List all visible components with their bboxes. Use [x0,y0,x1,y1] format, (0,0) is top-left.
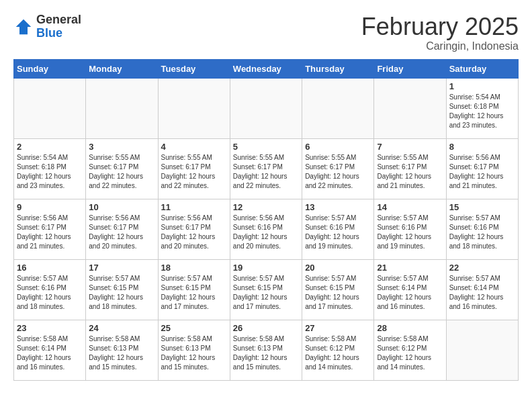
day-info: Sunrise: 5:57 AM Sunset: 6:14 PM Dayligh… [377,274,443,312]
day-cell: 15Sunrise: 5:57 AM Sunset: 6:16 PM Dayli… [446,199,518,259]
day-info: Sunrise: 5:57 AM Sunset: 6:16 PM Dayligh… [377,214,443,251]
day-info: Sunrise: 5:56 AM Sunset: 6:17 PM Dayligh… [89,214,154,251]
day-cell [446,320,518,380]
week-row-1: 1Sunrise: 5:54 AM Sunset: 6:18 PM Daylig… [14,78,519,138]
day-cell: 5Sunrise: 5:55 AM Sunset: 6:17 PM Daylig… [230,138,302,199]
day-cell: 19Sunrise: 5:57 AM Sunset: 6:15 PM Dayli… [230,259,302,320]
day-cell: 11Sunrise: 5:56 AM Sunset: 6:17 PM Dayli… [158,199,230,259]
day-number: 11 [161,202,227,212]
day-info: Sunrise: 5:57 AM Sunset: 6:15 PM Dayligh… [89,274,154,312]
day-info: Sunrise: 5:58 AM Sunset: 6:14 PM Dayligh… [17,334,83,372]
day-number: 7 [377,142,443,152]
day-info: Sunrise: 5:55 AM Sunset: 6:17 PM Dayligh… [377,153,443,191]
day-number: 4 [161,142,227,152]
day-info: Sunrise: 5:57 AM Sunset: 6:15 PM Dayligh… [161,274,227,312]
day-number: 13 [305,202,371,212]
day-info: Sunrise: 5:57 AM Sunset: 6:15 PM Dayligh… [305,274,371,312]
day-info: Sunrise: 5:54 AM Sunset: 6:18 PM Dayligh… [17,153,83,191]
calendar-table: SundayMondayTuesdayWednesdayThursdayFrid… [13,59,519,381]
day-number: 3 [89,142,154,152]
day-cell [86,78,158,138]
day-cell: 6Sunrise: 5:55 AM Sunset: 6:17 PM Daylig… [302,138,374,199]
day-cell: 25Sunrise: 5:58 AM Sunset: 6:13 PM Dayli… [158,320,230,380]
day-cell: 27Sunrise: 5:58 AM Sunset: 6:12 PM Dayli… [302,320,374,380]
day-number: 28 [377,323,443,333]
logo-icon [13,17,34,37]
weekday-header-tuesday: Tuesday [158,59,230,78]
weekday-header-row: SundayMondayTuesdayWednesdayThursdayFrid… [14,59,519,78]
day-number: 25 [161,323,227,333]
weekday-header-monday: Monday [86,59,158,78]
day-number: 16 [17,263,83,273]
location: Caringin, Indonesia [361,40,519,52]
weekday-header-saturday: Saturday [446,59,518,78]
day-number: 6 [305,142,371,152]
day-cell: 26Sunrise: 5:58 AM Sunset: 6:13 PM Dayli… [230,320,302,380]
day-info: Sunrise: 5:57 AM Sunset: 6:16 PM Dayligh… [305,214,371,251]
day-number: 24 [89,323,154,333]
day-cell [230,78,302,138]
page-header: General Blue February 2025 Caringin, Ind… [13,13,519,52]
weekday-header-friday: Friday [374,59,446,78]
day-info: Sunrise: 5:55 AM Sunset: 6:17 PM Dayligh… [161,153,227,191]
day-number: 21 [377,263,443,273]
day-cell: 23Sunrise: 5:58 AM Sunset: 6:14 PM Dayli… [14,320,86,380]
day-info: Sunrise: 5:55 AM Sunset: 6:17 PM Dayligh… [233,153,299,191]
week-row-2: 2Sunrise: 5:54 AM Sunset: 6:18 PM Daylig… [14,138,519,199]
day-info: Sunrise: 5:56 AM Sunset: 6:17 PM Dayligh… [449,153,515,191]
day-cell: 14Sunrise: 5:57 AM Sunset: 6:16 PM Dayli… [374,199,446,259]
day-number: 15 [449,202,515,212]
day-cell [14,78,86,138]
day-info: Sunrise: 5:57 AM Sunset: 6:16 PM Dayligh… [17,274,83,312]
day-info: Sunrise: 5:54 AM Sunset: 6:18 PM Dayligh… [449,93,515,130]
day-cell: 28Sunrise: 5:58 AM Sunset: 6:12 PM Dayli… [374,320,446,380]
day-number: 17 [89,263,154,273]
logo-blue-text: Blue [36,27,81,40]
calendar-body: 1Sunrise: 5:54 AM Sunset: 6:18 PM Daylig… [14,78,519,380]
day-cell [302,78,374,138]
logo: General Blue [13,13,81,40]
day-info: Sunrise: 5:56 AM Sunset: 6:17 PM Dayligh… [161,214,227,251]
day-cell: 21Sunrise: 5:57 AM Sunset: 6:14 PM Dayli… [374,259,446,320]
day-cell: 24Sunrise: 5:58 AM Sunset: 6:13 PM Dayli… [86,320,158,380]
day-info: Sunrise: 5:55 AM Sunset: 6:17 PM Dayligh… [89,153,154,191]
day-cell: 1Sunrise: 5:54 AM Sunset: 6:18 PM Daylig… [446,78,518,138]
day-cell: 3Sunrise: 5:55 AM Sunset: 6:17 PM Daylig… [86,138,158,199]
svg-marker-0 [16,19,32,35]
day-number: 14 [377,202,443,212]
day-cell: 8Sunrise: 5:56 AM Sunset: 6:17 PM Daylig… [446,138,518,199]
day-cell: 22Sunrise: 5:57 AM Sunset: 6:14 PM Dayli… [446,259,518,320]
day-number: 19 [233,263,299,273]
week-row-3: 9Sunrise: 5:56 AM Sunset: 6:17 PM Daylig… [14,199,519,259]
week-row-5: 23Sunrise: 5:58 AM Sunset: 6:14 PM Dayli… [14,320,519,380]
day-cell: 12Sunrise: 5:56 AM Sunset: 6:16 PM Dayli… [230,199,302,259]
day-info: Sunrise: 5:57 AM Sunset: 6:16 PM Dayligh… [449,214,515,251]
day-info: Sunrise: 5:58 AM Sunset: 6:12 PM Dayligh… [377,334,443,372]
day-info: Sunrise: 5:58 AM Sunset: 6:12 PM Dayligh… [305,334,371,372]
day-info: Sunrise: 5:58 AM Sunset: 6:13 PM Dayligh… [161,334,227,372]
day-cell: 4Sunrise: 5:55 AM Sunset: 6:17 PM Daylig… [158,138,230,199]
day-cell: 7Sunrise: 5:55 AM Sunset: 6:17 PM Daylig… [374,138,446,199]
day-cell: 13Sunrise: 5:57 AM Sunset: 6:16 PM Dayli… [302,199,374,259]
day-info: Sunrise: 5:57 AM Sunset: 6:15 PM Dayligh… [233,274,299,312]
day-cell [374,78,446,138]
day-cell: 10Sunrise: 5:56 AM Sunset: 6:17 PM Dayli… [86,199,158,259]
day-number: 18 [161,263,227,273]
day-info: Sunrise: 5:58 AM Sunset: 6:13 PM Dayligh… [233,334,299,372]
day-cell: 17Sunrise: 5:57 AM Sunset: 6:15 PM Dayli… [86,259,158,320]
month-title: February 2025 [361,13,519,40]
day-info: Sunrise: 5:56 AM Sunset: 6:17 PM Dayligh… [17,214,83,251]
weekday-header-thursday: Thursday [302,59,374,78]
day-info: Sunrise: 5:55 AM Sunset: 6:17 PM Dayligh… [305,153,371,191]
day-info: Sunrise: 5:57 AM Sunset: 6:14 PM Dayligh… [449,274,515,312]
logo-general-text: General [36,13,81,27]
day-info: Sunrise: 5:56 AM Sunset: 6:16 PM Dayligh… [233,214,299,251]
day-number: 23 [17,323,83,333]
day-number: 8 [449,142,515,152]
day-number: 12 [233,202,299,212]
day-number: 5 [233,142,299,152]
day-number: 22 [449,263,515,273]
day-number: 10 [89,202,154,212]
weekday-header-sunday: Sunday [14,59,86,78]
day-info: Sunrise: 5:58 AM Sunset: 6:13 PM Dayligh… [89,334,154,372]
